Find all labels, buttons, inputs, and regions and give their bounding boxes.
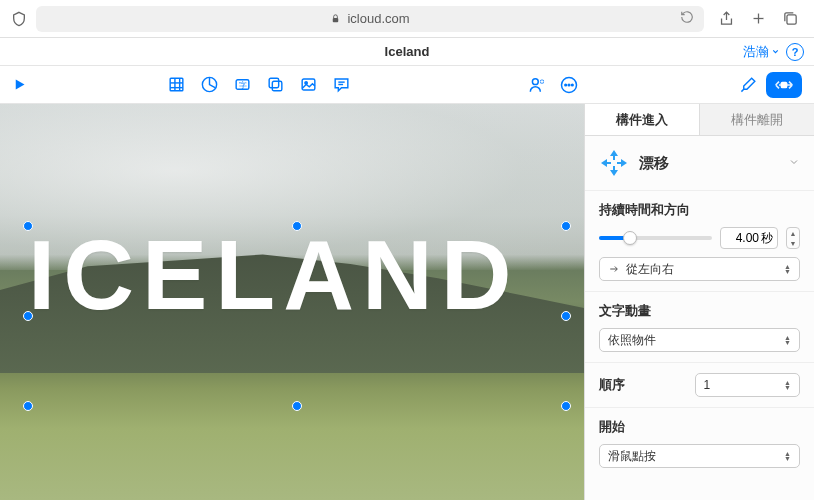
chart-icon[interactable] (200, 75, 219, 94)
document-title: Iceland (385, 44, 430, 59)
inspector-panel: 構件進入 構件離開 漂移 持續時間和方向 (584, 104, 814, 500)
resize-handle[interactable] (292, 221, 302, 231)
svg-rect-0 (333, 18, 339, 22)
help-button[interactable]: ? (786, 43, 804, 61)
play-button[interactable] (12, 77, 27, 92)
arrow-right-icon (608, 264, 620, 274)
browser-address-bar: icloud.com (0, 0, 814, 38)
start-select[interactable]: 滑鼠點按 ▲▼ (599, 444, 800, 468)
document-title-bar: Iceland 浩瀚 ? (0, 38, 814, 66)
svg-rect-14 (269, 78, 279, 88)
svg-rect-13 (272, 81, 282, 91)
new-tab-icon[interactable] (749, 10, 767, 28)
url-field[interactable]: icloud.com (36, 6, 704, 32)
tab-build-in[interactable]: 構件進入 (585, 104, 699, 135)
url-text: icloud.com (347, 11, 409, 26)
privacy-shield-icon[interactable] (10, 10, 28, 28)
more-icon[interactable] (559, 75, 579, 95)
svg-rect-3 (786, 15, 795, 24)
refresh-icon[interactable] (680, 10, 694, 27)
animate-button[interactable] (766, 72, 802, 98)
svg-point-24 (565, 84, 567, 86)
duration-label: 持續時間和方向 (599, 201, 800, 219)
image-icon[interactable] (299, 75, 318, 94)
resize-handle[interactable] (292, 401, 302, 411)
effect-selector[interactable]: 漂移 (585, 136, 814, 191)
selected-text-box[interactable]: ICELAND (28, 226, 566, 406)
duration-input[interactable]: 4.00 秒 (720, 227, 778, 249)
slide-canvas[interactable]: ICELAND (0, 104, 584, 500)
svg-point-26 (572, 84, 574, 86)
svg-point-19 (532, 78, 538, 84)
order-select[interactable]: 1 ▲▼ (695, 373, 801, 397)
share-icon[interactable] (717, 10, 735, 28)
table-icon[interactable] (167, 75, 186, 94)
svg-text:字: 字 (239, 81, 247, 90)
tabs-icon[interactable] (781, 10, 799, 28)
chevron-down-icon (788, 156, 800, 171)
svg-marker-28 (610, 150, 618, 160)
collaborate-icon[interactable] (527, 75, 547, 95)
resize-handle[interactable] (561, 401, 571, 411)
svg-marker-4 (16, 80, 25, 90)
app-toolbar: 字 (0, 66, 814, 104)
svg-marker-29 (610, 166, 618, 176)
duration-slider[interactable] (599, 236, 712, 240)
resize-handle[interactable] (23, 401, 33, 411)
duration-stepper[interactable]: ▲▼ (786, 227, 800, 249)
svg-marker-31 (617, 159, 627, 167)
start-label: 開始 (599, 418, 800, 436)
text-anim-select[interactable]: 依照物件 ▲▼ (599, 328, 800, 352)
slide-title-text[interactable]: ICELAND (28, 226, 566, 324)
format-brush-icon[interactable] (739, 75, 758, 94)
lock-icon (330, 13, 341, 24)
svg-marker-30 (601, 159, 611, 167)
resize-handle[interactable] (23, 311, 33, 321)
effect-name: 漂移 (639, 154, 778, 173)
resize-handle[interactable] (23, 221, 33, 231)
resize-handle[interactable] (561, 221, 571, 231)
svg-rect-27 (781, 81, 788, 88)
text-anim-label: 文字動畫 (599, 302, 800, 320)
resize-handle[interactable] (561, 311, 571, 321)
user-menu[interactable]: 浩瀚 (743, 43, 780, 61)
comment-icon[interactable] (332, 75, 351, 94)
direction-select[interactable]: 從左向右 ▲▼ (599, 257, 800, 281)
order-label: 順序 (599, 376, 687, 394)
svg-rect-5 (170, 78, 183, 91)
shape-icon[interactable] (266, 75, 285, 94)
drift-icon (599, 148, 629, 178)
text-icon[interactable]: 字 (233, 75, 252, 94)
tab-build-out[interactable]: 構件離開 (699, 104, 814, 135)
slider-thumb[interactable] (623, 231, 637, 245)
svg-point-25 (568, 84, 570, 86)
